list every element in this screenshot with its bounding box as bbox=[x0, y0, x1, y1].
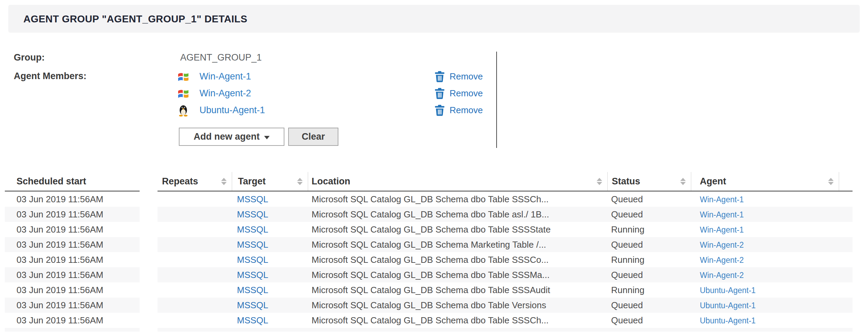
table-row: 03 Jun 2019 11:56AM bbox=[5, 267, 140, 282]
column-header[interactable]: Status bbox=[608, 172, 691, 191]
agent-cell: Win-Agent-2 bbox=[691, 239, 839, 250]
agent-cell: Win-Agent-1 bbox=[691, 209, 839, 220]
location-cell: Microsoft SQL Catalog GL_DB Schema dbo T… bbox=[308, 194, 608, 205]
schedule-table-main: Repeats Target Location Status Agent bbox=[158, 172, 853, 332]
agent-member-row: Win-Agent-2 Remove bbox=[177, 85, 483, 102]
scheduled-start-cell: 03 Jun 2019 11:56AM bbox=[5, 315, 140, 326]
target-link[interactable]: MSSQL bbox=[237, 285, 268, 295]
location-cell: Microsoft SQL Catalog GL_DB Schema dbo T… bbox=[308, 300, 608, 311]
scheduled-start-cell: 03 Jun 2019 11:56AM bbox=[5, 300, 140, 311]
scheduled-start-cell: 03 Jun 2019 11:56AM bbox=[5, 255, 140, 265]
target-link[interactable]: MSSQL bbox=[237, 300, 268, 310]
clear-button[interactable]: Clear bbox=[288, 128, 338, 146]
sort-icon[interactable] bbox=[297, 178, 303, 185]
partial-row bbox=[158, 328, 853, 332]
partial-row bbox=[5, 328, 140, 332]
location-cell: Microsoft SQL Catalog GL_DB Schema dbo T… bbox=[308, 224, 608, 235]
agent-cell: Win-Agent-2 bbox=[691, 255, 839, 265]
target-cell: MSSQL bbox=[232, 270, 308, 280]
member-actions: Add new agent Clear bbox=[179, 128, 338, 146]
location-cell: Microsoft SQL Catalog GL_DB Schema Marke… bbox=[308, 239, 608, 250]
target-cell: MSSQL bbox=[232, 194, 308, 205]
agent-link[interactable]: Ubuntu-Agent-1 bbox=[700, 286, 756, 295]
page-header: AGENT GROUP "AGENT_GROUP_1" DETAILS bbox=[8, 5, 860, 33]
target-link[interactable]: MSSQL bbox=[237, 255, 268, 265]
location-cell: Microsoft SQL Catalog GL_DB Schema dbo T… bbox=[308, 209, 608, 220]
status-cell: Queued bbox=[608, 270, 691, 280]
table-row: MSSQL Microsoft SQL Catalog GL_DB Schema… bbox=[158, 192, 853, 207]
agent-cell: Ubuntu-Agent-1 bbox=[691, 300, 839, 311]
remove-link-label: Remove bbox=[449, 71, 483, 82]
location-cell: Microsoft SQL Catalog GL_DB Schema dbo T… bbox=[308, 285, 608, 296]
location-cell: Microsoft SQL Catalog GL_DB Schema dbo T… bbox=[308, 315, 608, 326]
linux-icon bbox=[177, 104, 189, 117]
agent-member-link[interactable]: Ubuntu-Agent-1 bbox=[199, 105, 265, 116]
agent-cell: Ubuntu-Agent-1 bbox=[691, 285, 839, 296]
table-row: 03 Jun 2019 11:56AM bbox=[5, 222, 140, 237]
agent-member-link[interactable]: Win-Agent-1 bbox=[199, 71, 251, 82]
agent-cell: Ubuntu-Agent-1 bbox=[691, 315, 839, 326]
caret-down-icon bbox=[264, 136, 270, 139]
column-header[interactable]: Repeats bbox=[158, 172, 232, 191]
target-link[interactable]: MSSQL bbox=[237, 315, 268, 325]
table-row: MSSQL Microsoft SQL Catalog GL_DB Schema… bbox=[158, 313, 853, 328]
table-row: 03 Jun 2019 11:56AM bbox=[5, 237, 140, 252]
status-cell: Running bbox=[608, 285, 691, 296]
column-header-label: Agent bbox=[700, 176, 726, 187]
target-link[interactable]: MSSQL bbox=[237, 239, 268, 250]
sort-icon[interactable] bbox=[680, 178, 686, 185]
status-cell: Queued bbox=[608, 209, 691, 220]
sort-icon[interactable] bbox=[828, 178, 834, 185]
status-cell: Queued bbox=[608, 315, 691, 326]
sort-icon[interactable] bbox=[221, 178, 227, 185]
frozen-column-rows: 03 Jun 2019 11:56AM 03 Jun 2019 11:56AM … bbox=[5, 192, 140, 332]
column-header[interactable]: Agent bbox=[691, 172, 839, 191]
windows-icon bbox=[177, 71, 189, 83]
status-cell: Queued bbox=[608, 300, 691, 311]
column-header[interactable]: Target bbox=[232, 172, 308, 191]
scheduled-start-cell: 03 Jun 2019 11:56AM bbox=[5, 239, 140, 250]
agent-link[interactable]: Win-Agent-2 bbox=[700, 271, 744, 280]
table-row: MSSQL Microsoft SQL Catalog GL_DB Schema… bbox=[158, 282, 853, 298]
remove-agent-button[interactable]: Remove bbox=[434, 88, 483, 99]
target-link[interactable]: MSSQL bbox=[237, 224, 268, 235]
table-row: 03 Jun 2019 11:56AM bbox=[5, 207, 140, 222]
agent-link[interactable]: Ubuntu-Agent-1 bbox=[700, 301, 756, 310]
add-new-agent-button[interactable]: Add new agent bbox=[179, 128, 284, 146]
column-header-label: Target bbox=[238, 176, 266, 187]
column-header-label: Repeats bbox=[162, 176, 198, 187]
table-row: MSSQL Microsoft SQL Catalog GL_DB Schema… bbox=[158, 207, 853, 222]
members-label: Agent Members: bbox=[14, 71, 87, 82]
location-cell: Microsoft SQL Catalog GL_DB Schema dbo T… bbox=[308, 270, 608, 280]
agent-link[interactable]: Win-Agent-1 bbox=[700, 195, 744, 204]
scrollbar-gutter bbox=[839, 172, 853, 191]
agent-member-row: Win-Agent-1 Remove bbox=[177, 68, 483, 85]
scheduled-start-cell: 03 Jun 2019 11:56AM bbox=[5, 194, 140, 205]
table-row: 03 Jun 2019 11:56AM bbox=[5, 252, 140, 267]
table-row: MSSQL Microsoft SQL Catalog GL_DB Schema… bbox=[158, 237, 853, 252]
status-cell: Running bbox=[608, 255, 691, 265]
scheduled-start-cell: 03 Jun 2019 11:56AM bbox=[5, 270, 140, 280]
agent-link[interactable]: Win-Agent-2 bbox=[700, 256, 744, 265]
agent-link[interactable]: Ubuntu-Agent-1 bbox=[700, 316, 756, 325]
column-header[interactable]: Location bbox=[308, 172, 608, 191]
agent-link[interactable]: Win-Agent-2 bbox=[700, 240, 744, 249]
table-row: MSSQL Microsoft SQL Catalog GL_DB Schema… bbox=[158, 267, 853, 282]
target-cell: MSSQL bbox=[232, 209, 308, 220]
agent-link[interactable]: Win-Agent-1 bbox=[700, 225, 744, 234]
status-cell: Queued bbox=[608, 194, 691, 205]
agent-link[interactable]: Win-Agent-1 bbox=[700, 210, 744, 219]
windows-icon bbox=[177, 87, 189, 100]
target-link[interactable]: MSSQL bbox=[237, 209, 268, 219]
target-link[interactable]: MSSQL bbox=[237, 194, 268, 204]
remove-agent-button[interactable]: Remove bbox=[434, 71, 483, 82]
os-icon bbox=[177, 104, 190, 117]
agent-member-link[interactable]: Win-Agent-2 bbox=[199, 88, 251, 99]
group-name-value: AGENT_GROUP_1 bbox=[180, 52, 262, 63]
target-link[interactable]: MSSQL bbox=[237, 270, 268, 280]
table-row: 03 Jun 2019 11:56AM bbox=[5, 313, 140, 328]
sort-icon[interactable] bbox=[597, 178, 602, 185]
remove-link-label: Remove bbox=[449, 88, 483, 99]
agent-cell: Win-Agent-2 bbox=[691, 270, 839, 280]
remove-agent-button[interactable]: Remove bbox=[434, 105, 483, 116]
